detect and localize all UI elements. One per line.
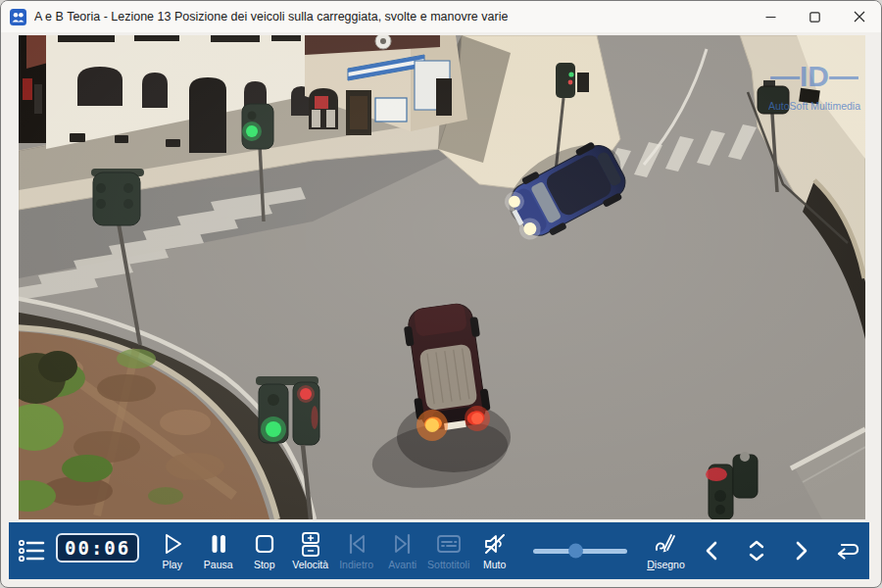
mute-icon [482, 531, 508, 557]
speed-icon [298, 530, 323, 558]
play-button[interactable]: Play [149, 522, 195, 579]
draw-button[interactable]: Disegno [643, 522, 689, 579]
volume-slider-thumb[interactable] [568, 544, 583, 559]
return-button[interactable] [824, 522, 869, 579]
watermark-logo: —ID— [770, 60, 858, 92]
driving-scene: —ID— AutoSoft Multimedia [19, 35, 865, 519]
chevrons-up-down-icon [742, 537, 771, 564]
nav-back-button[interactable] [689, 522, 734, 579]
volume-slider-track[interactable] [533, 549, 627, 554]
next-icon [390, 531, 416, 557]
maximize-icon [809, 12, 820, 23]
return-icon [830, 537, 863, 564]
pause-label: Pausa [204, 559, 233, 570]
speed-button[interactable]: Velocità [287, 522, 333, 579]
close-icon [854, 11, 865, 23]
chevron-left-icon [700, 538, 723, 564]
subtitles-label: Sottotitoli [427, 559, 469, 570]
lesson-list-button[interactable] [9, 522, 54, 579]
list-icon [17, 538, 46, 564]
previous-label: Indietro [339, 559, 373, 570]
app-people-icon [10, 9, 26, 25]
play-label: Play [162, 559, 181, 570]
speed-label: Velocità [292, 559, 328, 570]
watermark-subtitle: AutoSoft Multimedia [768, 100, 860, 112]
stop-label: Stop [254, 559, 275, 570]
window-controls [749, 1, 881, 32]
minimize-button[interactable] [749, 1, 793, 32]
window-title: A e B Teoria - Lezione 13 Posizione dei … [34, 10, 508, 24]
pause-icon [206, 531, 231, 557]
app-window: A e B Teoria - Lezione 13 Posizione dei … [0, 0, 882, 588]
chevron-right-icon [790, 538, 813, 564]
timer-value: 00:06 [65, 537, 130, 559]
pause-button[interactable]: Pausa [195, 522, 241, 579]
previous-icon [344, 531, 369, 557]
draw-label: Disegno [647, 559, 685, 570]
pen-icon [653, 530, 680, 558]
play-icon [160, 531, 185, 557]
nav-updown-button[interactable] [734, 522, 779, 579]
mute-button[interactable]: Muto [471, 522, 517, 579]
stop-icon [252, 531, 277, 557]
stop-button[interactable]: Stop [241, 522, 287, 579]
subtitles-button[interactable]: Sottotitoli [425, 522, 471, 579]
close-button[interactable] [837, 1, 881, 32]
playback-toolbar: 00:06 Play Pausa Stop Velocità Indietro [9, 522, 869, 579]
next-label: Avanti [388, 559, 416, 570]
minimize-icon [765, 12, 776, 23]
titlebar: A e B Teoria - Lezione 13 Posizione dei … [1, 1, 881, 32]
watermark: —ID— AutoSoft Multimedia [768, 60, 860, 112]
next-button[interactable]: Avanti [379, 522, 425, 579]
maximize-button[interactable] [793, 1, 837, 32]
nav-forward-button[interactable] [779, 522, 824, 579]
mute-label: Muto [483, 559, 506, 570]
lesson-video-viewport: —ID— AutoSoft Multimedia [19, 35, 865, 519]
previous-button[interactable]: Indietro [333, 522, 379, 579]
volume-slider[interactable] [517, 522, 643, 579]
elapsed-timer: 00:06 [56, 533, 139, 563]
subtitles-icon [435, 531, 463, 557]
